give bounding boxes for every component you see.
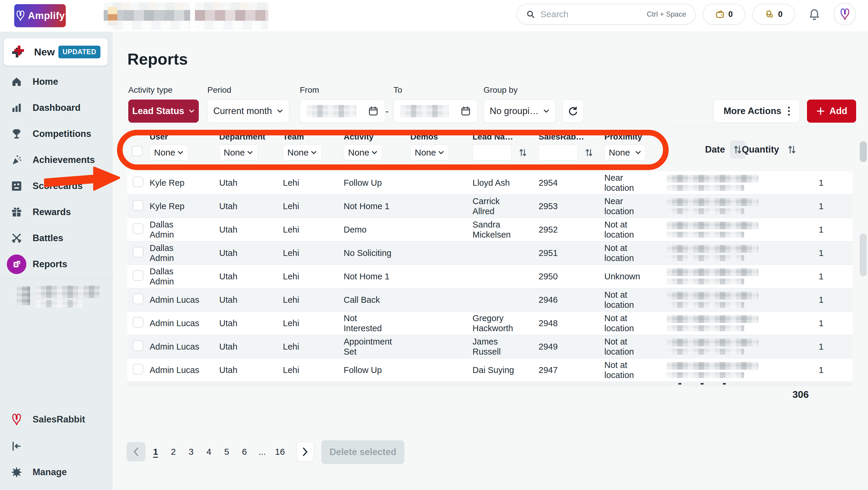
sidebar-item-home[interactable]: Home (0, 69, 112, 95)
cell-demo (410, 318, 472, 328)
row-checkbox[interactable] (133, 364, 144, 374)
row-menu-button[interactable] (836, 204, 840, 209)
sidebar-item-reports[interactable]: Reports (0, 251, 112, 277)
page-scrollbar-thumb[interactable] (860, 234, 867, 276)
collapse-sidebar-button[interactable] (0, 437, 112, 455)
filter-column-proximity: ProximityNone (604, 132, 646, 160)
salesrabbit-label: SalesRabbit (33, 414, 85, 425)
cell-act: Not Interested (344, 313, 410, 333)
page-number-3[interactable]: 3 (182, 447, 200, 457)
cell-team: Lehi (283, 342, 344, 351)
leadna-sort-button[interactable] (516, 145, 529, 160)
row-menu-button[interactable] (836, 180, 840, 185)
row-menu-button[interactable] (836, 298, 840, 302)
activity-type-dropdown[interactable]: Lead Status (128, 99, 199, 123)
row-menu-button[interactable] (836, 251, 840, 255)
activity-filter-select[interactable]: None (344, 145, 382, 160)
from-date-input[interactable] (300, 99, 385, 123)
proximity-filter-select[interactable]: None (604, 145, 646, 160)
salesrab-filter-input[interactable] (538, 145, 578, 160)
group-by-dropdown[interactable]: No groupi… (484, 99, 556, 123)
filter-column-activity: ActivityNone (344, 132, 382, 160)
amplify-logo[interactable]: Amplify (14, 4, 66, 27)
brand-name: Amplify (28, 10, 65, 21)
cell-date (666, 222, 797, 238)
quantity-total: 306 (127, 389, 809, 400)
quantity-sort-button[interactable] (784, 141, 800, 159)
to-date-input[interactable] (394, 99, 477, 123)
next-page-button[interactable] (297, 442, 314, 462)
search-input[interactable]: Search Ctrl + Space (517, 4, 695, 25)
cell-id: 2948 (538, 318, 604, 328)
sidebar-item-dashboard[interactable]: Dashboard (0, 95, 112, 121)
department-filter-select[interactable]: None (219, 145, 258, 160)
sidebar-item-battles[interactable]: Battles (0, 225, 112, 251)
redacted-date (666, 268, 758, 276)
wallet-pill[interactable]: 0 (703, 4, 745, 25)
user-avatar[interactable] (834, 3, 856, 26)
page-number-1[interactable]: 1 (147, 447, 164, 457)
row-checkbox[interactable] (133, 177, 144, 187)
calendar-icon (368, 106, 378, 116)
row-checkbox[interactable] (133, 317, 144, 328)
row-checkbox[interactable] (133, 294, 144, 304)
redacted-date (666, 292, 758, 300)
page-number-last[interactable]: 16 (271, 447, 289, 457)
table-row: Dallas AdminUtahLehiDemoSandra Mickelsen… (127, 218, 852, 241)
row-menu-button[interactable] (836, 344, 840, 349)
row-checkbox[interactable] (133, 223, 144, 234)
sidebar-item-manage[interactable]: Manage (0, 463, 112, 481)
user-filter-select[interactable]: None (150, 145, 188, 160)
sidebar-item-competitions[interactable]: Competitions (0, 121, 112, 147)
more-actions-button[interactable]: More Actions (713, 99, 800, 123)
calendar-icon (461, 106, 471, 116)
row-menu-button[interactable] (836, 321, 840, 326)
add-button[interactable]: Add (807, 99, 856, 123)
period-dropdown[interactable]: Current month (207, 99, 289, 123)
sidebar-item-rewards[interactable]: Rewards (0, 199, 112, 225)
cell-lead: Carrick Allred (472, 196, 538, 216)
row-checkbox[interactable] (133, 247, 144, 257)
points-pill[interactable]: 0 (752, 4, 795, 25)
cell-demo (410, 248, 472, 258)
previous-page-button[interactable] (126, 442, 146, 462)
page-number-2[interactable]: 2 (164, 447, 182, 457)
row-checkbox[interactable] (133, 340, 144, 351)
cell-team: Lehi (283, 224, 344, 235)
select-all-checkbox[interactable] (132, 146, 143, 156)
page-number-6[interactable]: 6 (236, 447, 253, 457)
salesrab-sort-button[interactable] (582, 145, 595, 160)
cell-cb (127, 223, 150, 236)
row-menu-button[interactable] (836, 227, 840, 232)
sidebar-item-scorecards[interactable]: Scorecards (0, 173, 112, 199)
cell-user: Kyle Rep (150, 178, 219, 188)
sidebar-item-salesrabbit[interactable]: SalesRabbit (0, 410, 112, 428)
cell-dept: Utah (219, 271, 283, 281)
page-scrollbar-thumb[interactable] (860, 141, 867, 162)
more-actions-label: More Actions (723, 106, 781, 116)
page-number-5[interactable]: 5 (218, 447, 236, 457)
sidebar-item-label: Rewards (33, 207, 71, 217)
row-menu-button[interactable] (836, 368, 840, 372)
gift-icon (7, 206, 26, 218)
refresh-button[interactable] (562, 99, 584, 123)
sidebar-item-achievements[interactable]: Achievements (0, 147, 112, 173)
new-button[interactable]: New UPDATED (4, 38, 108, 66)
notifications-button[interactable] (807, 6, 822, 24)
cell-dept: Utah (219, 295, 283, 305)
row-menu-button[interactable] (836, 274, 840, 279)
sort-icon (733, 145, 742, 155)
leadna-filter-input[interactable] (472, 145, 512, 160)
page-number-4[interactable]: 4 (200, 447, 218, 457)
filter-column-department: DepartmentNone (219, 132, 266, 160)
plus-icon (11, 45, 25, 59)
row-checkbox[interactable] (133, 270, 144, 281)
delete-selected-button[interactable]: Delete selected (321, 440, 404, 464)
row-checkbox[interactable] (133, 200, 144, 211)
demos-filter-select[interactable]: None (410, 145, 449, 160)
cell-date (666, 362, 797, 378)
cell-dept: Utah (219, 201, 283, 211)
team-filter-select[interactable]: None (283, 145, 321, 160)
column-header-label: User (150, 132, 188, 142)
to-label: To (394, 85, 402, 95)
